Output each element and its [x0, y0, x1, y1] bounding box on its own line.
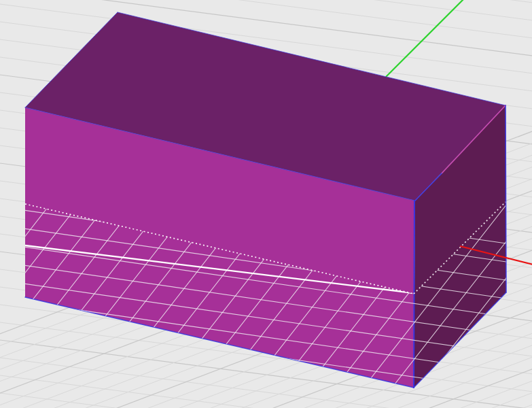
viewport-canvas [0, 0, 532, 408]
edge-back-right-vertical [506, 105, 506, 292]
3d-viewport[interactable] [0, 0, 532, 408]
